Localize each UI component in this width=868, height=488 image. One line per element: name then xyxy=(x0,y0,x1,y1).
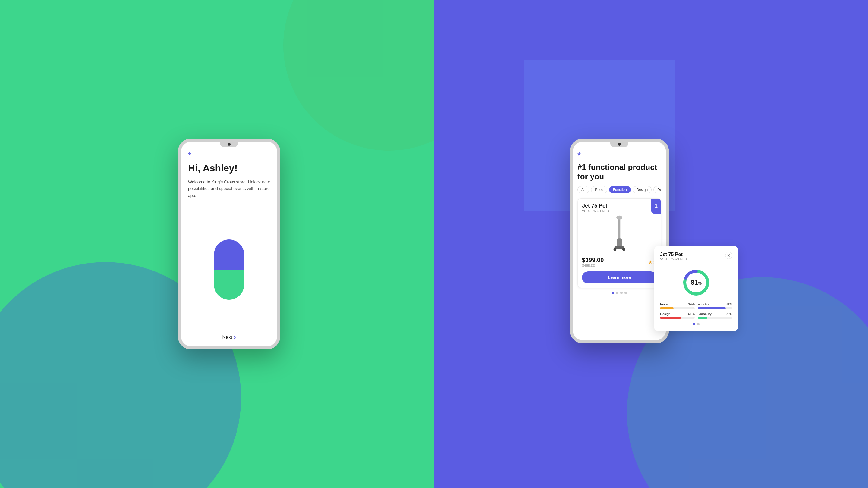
detail-card-title-section: Jet 75 Pet VS20T7532T1/EU xyxy=(660,252,687,264)
metric-price-label: Price xyxy=(660,302,668,306)
metric-price: Price 39% xyxy=(660,302,695,309)
metric-durability: Durability 28% xyxy=(698,312,733,319)
metric-durability-value: 28% xyxy=(726,312,733,316)
dot-1 xyxy=(612,292,614,294)
rank-badge: 1 xyxy=(651,198,661,214)
asterisk-right: * xyxy=(578,151,661,160)
right-section: * #1 functional product for you All Pric… xyxy=(434,0,868,488)
right-phone: * #1 functional product for you All Pric… xyxy=(569,138,672,350)
next-arrow-icon: › xyxy=(234,334,236,340)
welcome-text: Welcome to King's Cross store. Unlock ne… xyxy=(188,178,270,199)
learn-more-button[interactable]: Learn more xyxy=(582,271,657,284)
bg-circle-left-2 xyxy=(283,0,434,151)
donut-score: 81% xyxy=(691,279,702,287)
filter-tab-dura[interactable]: Dura... xyxy=(653,186,661,193)
svg-point-5 xyxy=(622,248,625,251)
asterisk-left: * xyxy=(188,151,270,160)
metric-function-bar-bg xyxy=(698,307,733,309)
phone-screen-left: * Hi, Ashley! Welcome to King's Cross st… xyxy=(181,141,277,347)
metric-price-label-row: Price 39% xyxy=(660,302,695,306)
donut-chart-area: 81% xyxy=(660,267,733,298)
product-price-row: $399.00 $499.00 ★★ xyxy=(582,257,657,268)
card-dots xyxy=(660,323,733,325)
metric-function: Function 81% xyxy=(698,302,733,309)
svg-rect-2 xyxy=(617,238,622,247)
dot-4 xyxy=(624,292,627,294)
metric-function-bar xyxy=(698,307,726,309)
filter-tab-design[interactable]: Design xyxy=(632,186,652,193)
phone-screen-right: * #1 functional product for you All Pric… xyxy=(572,141,666,340)
filter-tab-price[interactable]: Price xyxy=(591,186,607,193)
phone-illustration xyxy=(188,205,270,334)
card-dot-2 xyxy=(697,323,700,325)
price-section: $399.00 $499.00 xyxy=(582,257,604,268)
price-main: $399.00 xyxy=(582,257,604,264)
carousel-dots xyxy=(578,292,661,294)
filter-tabs: All Price Function Design Dura... xyxy=(578,186,661,193)
phone-notch-right xyxy=(610,141,628,147)
donut-chart: 81% xyxy=(681,267,711,298)
next-label: Next xyxy=(222,335,232,340)
filter-tab-function[interactable]: Function xyxy=(609,186,631,193)
pill-shape xyxy=(214,239,244,300)
camera-right xyxy=(618,143,621,146)
svg-rect-0 xyxy=(618,218,621,240)
left-phone-wrapper: * Hi, Ashley! Welcome to King's Cross st… xyxy=(178,138,280,350)
product-title: #1 functional product for you xyxy=(578,163,661,181)
metric-function-label: Function xyxy=(698,302,710,306)
metric-design-bar xyxy=(660,317,681,319)
right-phone-wrapper: * #1 functional product for you All Pric… xyxy=(569,138,672,350)
left-phone: * Hi, Ashley! Welcome to King's Cross st… xyxy=(178,138,280,350)
metrics-grid: Price 39% Function 81% xyxy=(660,302,733,319)
camera-left xyxy=(227,143,230,146)
dot-3 xyxy=(620,292,623,294)
phone-notch-left xyxy=(220,141,238,147)
detail-card-header: Jet 75 Pet VS20T7532T1/EU ✕ xyxy=(660,252,733,264)
metric-design-label: Design xyxy=(660,312,670,316)
metric-function-label-row: Function 81% xyxy=(698,302,733,306)
left-section: * Hi, Ashley! Welcome to King's Cross st… xyxy=(0,0,434,488)
metric-durability-bar xyxy=(698,317,707,319)
product-card: 1 Jet 75 Pet VS20T7532T1/EU xyxy=(578,198,661,288)
metric-durability-label: Durability xyxy=(698,312,712,316)
card-dot-1 xyxy=(693,323,695,325)
vacuum-icon xyxy=(610,215,628,254)
metric-design: Design 61% xyxy=(660,312,695,319)
product-sku: VS20T7532T1/EU xyxy=(582,209,657,213)
phone-frame-left: * Hi, Ashley! Welcome to King's Cross st… xyxy=(178,138,280,350)
dot-2 xyxy=(616,292,618,294)
product-name: Jet 75 Pet xyxy=(582,203,657,209)
metric-design-value: 61% xyxy=(688,312,695,316)
pill-bottom xyxy=(214,270,244,300)
metric-design-label-row: Design 61% xyxy=(660,312,695,316)
detail-card-title: Jet 75 Pet xyxy=(660,252,687,257)
price-original: $499.00 xyxy=(582,264,604,268)
metric-price-value: 39% xyxy=(688,302,695,306)
metric-durability-bar-bg xyxy=(698,317,733,319)
filter-tab-all[interactable]: All xyxy=(578,186,589,193)
close-button[interactable]: ✕ xyxy=(725,252,733,259)
pill-top xyxy=(214,239,244,270)
detail-card-sku: VS20T7532T1/EU xyxy=(660,257,687,261)
metric-price-bar xyxy=(660,307,674,309)
product-image xyxy=(582,215,657,254)
detail-card: Jet 75 Pet VS20T7532T1/EU ✕ xyxy=(654,246,738,331)
metric-design-bar-bg xyxy=(660,317,695,319)
svg-point-1 xyxy=(616,216,622,220)
svg-point-4 xyxy=(614,248,617,251)
metric-durability-label-row: Durability 28% xyxy=(698,312,733,316)
metric-function-value: 81% xyxy=(726,302,733,306)
metric-price-bar-bg xyxy=(660,307,695,309)
greeting-text: Hi, Ashley! xyxy=(188,163,270,174)
next-button[interactable]: Next › xyxy=(188,334,270,340)
